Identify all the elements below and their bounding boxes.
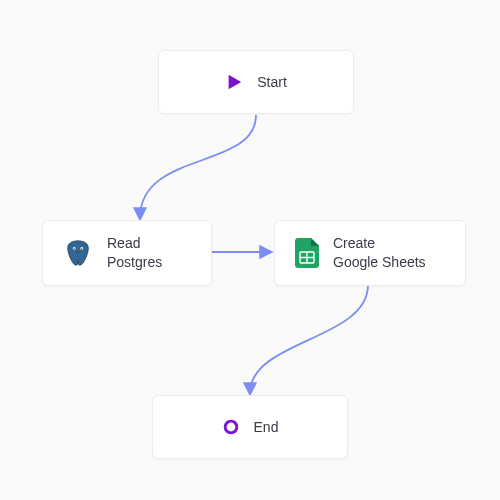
svg-point-7 [225,421,237,433]
svg-point-2 [74,248,75,249]
postgres-icon [63,238,93,268]
ring-icon [222,418,240,436]
node-create-sheets-label: Create Google Sheets [333,234,426,272]
node-read-postgres-label: Read Postgres [107,234,162,272]
node-start[interactable]: Start [158,50,354,114]
node-end[interactable]: End [152,395,348,459]
play-icon [225,73,243,91]
node-read-postgres[interactable]: Read Postgres [42,220,212,286]
node-end-label: End [254,418,279,437]
google-sheets-icon [295,238,319,268]
svg-point-3 [81,248,82,249]
node-start-label: Start [257,73,287,92]
node-create-sheets[interactable]: Create Google Sheets [274,220,466,286]
